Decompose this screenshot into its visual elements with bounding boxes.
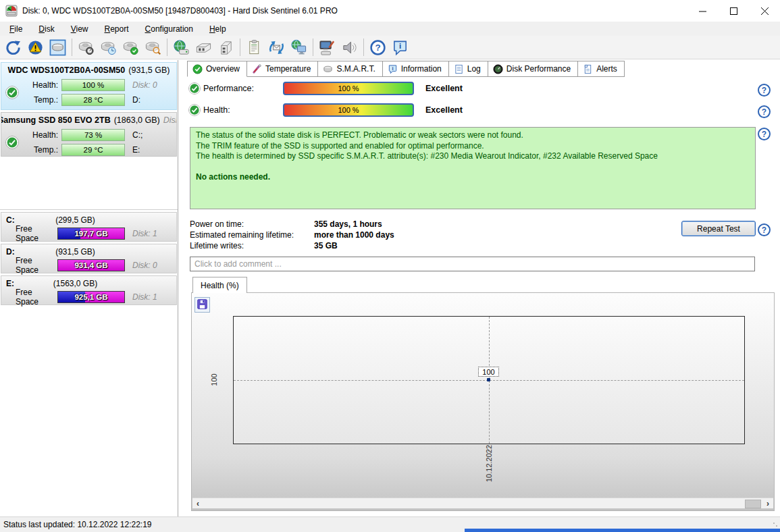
comment-input[interactable] — [190, 257, 755, 271]
svg-text:i: i — [399, 41, 401, 49]
status-text: Status last updated: 10.12.2022 12:22:19 — [3, 520, 152, 529]
disk-attr-row: Temp.: 28 °C D: — [23, 92, 176, 107]
network-disk-icon[interactable] — [171, 37, 192, 57]
save-chart-button[interactable] — [194, 297, 210, 313]
help-icon[interactable] — [758, 223, 771, 236]
tab-perf-icon — [493, 64, 503, 74]
information-icon[interactable]: i — [390, 37, 411, 57]
window-controls — [687, 0, 780, 22]
status-row: Health: 100 % Excellent — [188, 99, 463, 121]
tab-smart-icon — [323, 64, 333, 74]
partition-size: (299,5 GB) — [1, 215, 149, 225]
remote-monitoring-icon[interactable] — [288, 37, 309, 57]
chart-scrollbar[interactable]: ‹ › — [192, 498, 773, 508]
tab-bar: Overview Temperature S.M.A.R.T. i Inform… — [187, 61, 625, 77]
help-icon[interactable] — [758, 128, 771, 140]
partition-item-d[interactable]: D: (931,5 GB) Free Space 931,4 GB Disk: … — [1, 244, 177, 273]
report-icon[interactable] — [244, 37, 265, 57]
taskbar-strip — [465, 529, 780, 532]
disk-item-1[interactable]: Samsung SSD 850 EVO 2TB (1863,0 GB) Disk… — [1, 112, 177, 157]
disk-ok-icon — [5, 86, 19, 99]
grade-bar: 100 % — [283, 103, 414, 117]
usb-disk-icon[interactable] — [193, 37, 214, 57]
svg-text:?: ? — [375, 43, 380, 53]
toolbar: ?i — [0, 36, 780, 59]
disk-attr-row: Health: 73 % C:; — [23, 128, 176, 142]
health-bar: 73 % — [61, 129, 125, 141]
floppy-icon — [197, 298, 208, 312]
partition-disk-label: Disk: 1 — [132, 229, 157, 238]
app-icon — [5, 5, 18, 17]
usb-disk-alt-icon[interactable] — [215, 37, 236, 57]
sound-alerts-icon[interactable] — [339, 37, 360, 57]
desktop-display-icon[interactable] — [317, 37, 338, 57]
menu-report[interactable]: Report — [97, 23, 137, 35]
disk-ok-icon[interactable] — [120, 37, 141, 57]
menu-bar: FileDiskViewReportConfigurationHelp — [0, 22, 780, 36]
help-icon[interactable]: ? — [367, 37, 388, 57]
help-icon[interactable] — [758, 84, 771, 97]
x-axis-tick: 10.12.2022 — [485, 442, 494, 485]
tab-label: Information — [401, 64, 442, 74]
tab-alerts[interactable]: Alerts — [578, 61, 625, 77]
partition-item-c[interactable]: C: (299,5 GB) Free Space 197,7 GB Disk: … — [1, 212, 177, 242]
minimize-icon[interactable] — [687, 0, 718, 22]
health-bar: 100 % — [61, 79, 125, 91]
refresh-icon[interactable] — [3, 37, 24, 57]
menu-disk[interactable]: Disk — [30, 23, 62, 35]
help-icon[interactable] — [758, 105, 771, 118]
maximize-icon[interactable] — [718, 0, 749, 22]
partition-list: C: (299,5 GB) Free Space 197,7 GB Disk: … — [0, 209, 178, 307]
tab-disk-performance[interactable]: Disk Performance — [488, 61, 578, 77]
disk-title: WDC WDS100T2B0A-00SM50 (931,5 GB) — [1, 63, 176, 78]
toolbar-separator — [72, 38, 72, 56]
menu-file[interactable]: File — [1, 23, 30, 35]
disk-schedule-icon[interactable] — [98, 37, 119, 57]
svg-text:i: i — [392, 65, 393, 71]
tab-label: S.M.A.R.T. — [336, 64, 375, 74]
ok-icon — [188, 104, 201, 116]
menu-help[interactable]: Help — [201, 23, 234, 35]
disk-title: Samsung SSD 850 EVO 2TB (1863,0 GB) Disk — [1, 113, 176, 128]
data-point — [487, 378, 490, 381]
toolbar-separator — [363, 38, 364, 56]
tab-label: Disk Performance — [506, 64, 571, 74]
tab-alert-icon — [583, 64, 593, 74]
status-row: Performance: 100 % Excellent — [188, 78, 463, 99]
tab-information[interactable]: i Information — [383, 61, 449, 77]
scroll-right-icon[interactable]: › — [762, 498, 773, 508]
y-axis-tick: 100 — [210, 368, 219, 392]
resize-grip[interactable] — [773, 522, 778, 527]
toolbar-separator — [167, 38, 167, 56]
partition-item-e[interactable]: E: (1563,0 GB) Free Space 925,1 GB Disk:… — [1, 275, 177, 305]
close-icon[interactable] — [749, 0, 780, 22]
partition-size: (1563,0 GB) — [1, 279, 149, 288]
scroll-left-icon[interactable]: ‹ — [192, 498, 203, 508]
menu-configuration[interactable]: Configuration — [137, 23, 201, 35]
repeat-test-button[interactable]: Repeat Test — [681, 221, 756, 236]
chart-body: 100 100 10.12.2022 ‹ › — [191, 292, 775, 511]
status-line: The health is determined by SSD specific… — [196, 151, 750, 162]
tab-label: Alerts — [596, 64, 617, 74]
status-warning-icon[interactable] — [25, 37, 46, 57]
send-mail-report-icon[interactable] — [266, 37, 287, 57]
tab-health-percent[interactable]: Health (%) — [192, 277, 247, 293]
stat-row: Power on time: 355 days, 1 hours — [190, 219, 394, 230]
tab-label: Overview — [206, 64, 240, 74]
disk-item-0[interactable]: WDC WDS100T2B0A-00SM50 (931,5 GB) Health… — [1, 62, 177, 110]
tab-temp-icon — [252, 64, 262, 74]
tab-temperature[interactable]: Temperature — [247, 61, 318, 77]
tab-log[interactable]: Log — [449, 61, 488, 77]
tab-log-icon — [454, 64, 464, 74]
free-space-bar: 931,4 GB — [57, 259, 125, 271]
scrollbar-thumb[interactable] — [745, 500, 761, 508]
detect-disks-icon[interactable] — [47, 37, 68, 57]
title-bar: Disk: 0, WDC WDS100T2B0A-00SM50 [19487D8… — [0, 0, 780, 22]
tab-label: Log — [467, 64, 481, 74]
tab-overview[interactable]: Overview — [187, 61, 247, 77]
stat-row: Estimated remaining lifetime: more than … — [190, 230, 394, 240]
disk-surface-test-icon[interactable] — [76, 37, 97, 57]
menu-view[interactable]: View — [63, 23, 97, 35]
disk-analyse-icon[interactable] — [142, 37, 163, 57]
tab-smart[interactable]: S.M.A.R.T. — [318, 61, 382, 77]
